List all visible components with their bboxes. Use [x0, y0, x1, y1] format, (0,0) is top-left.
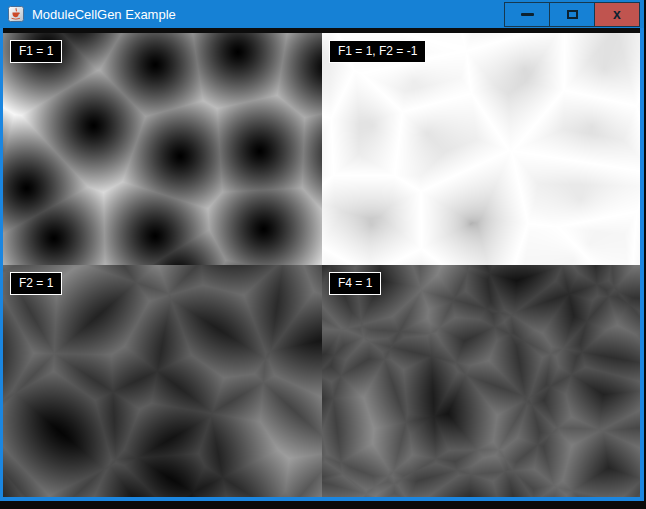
- noise-canvas-f1-minus-f2: [322, 33, 640, 265]
- close-icon: x: [613, 7, 621, 21]
- panel-f4: F4 = 1: [322, 265, 640, 497]
- panel-label: F4 = 1: [329, 272, 381, 295]
- java-coffee-cup-icon: [8, 6, 24, 22]
- panel-label: F1 = 1: [10, 40, 62, 63]
- noise-canvas-f1: [3, 33, 322, 265]
- app-window: ModuleCellGen Example x F1 = 1 F1 = 1, F…: [0, 0, 644, 501]
- panel-f1-minus-f2: F1 = 1, F2 = -1: [322, 33, 640, 265]
- noise-canvas-f2: [3, 265, 322, 497]
- close-button[interactable]: x: [594, 2, 640, 27]
- minimize-icon: [521, 13, 534, 16]
- maximize-icon: [567, 10, 578, 19]
- minimize-button[interactable]: [504, 2, 550, 27]
- content-area: F1 = 1 F1 = 1, F2 = -1 F2 = 1 F4 = 1: [3, 28, 640, 497]
- panel-label: F1 = 1, F2 = -1: [329, 40, 426, 63]
- panel-f2: F2 = 1: [3, 265, 322, 497]
- noise-canvas-f4: [322, 265, 640, 497]
- panel-label: F2 = 1: [10, 272, 62, 295]
- maximize-button[interactable]: [549, 2, 595, 27]
- noise-panel-grid: F1 = 1 F1 = 1, F2 = -1 F2 = 1 F4 = 1: [3, 33, 640, 497]
- window-title: ModuleCellGen Example: [32, 7, 504, 22]
- panel-f1: F1 = 1: [3, 33, 322, 265]
- window-controls: x: [504, 1, 640, 27]
- titlebar[interactable]: ModuleCellGen Example x: [0, 0, 644, 28]
